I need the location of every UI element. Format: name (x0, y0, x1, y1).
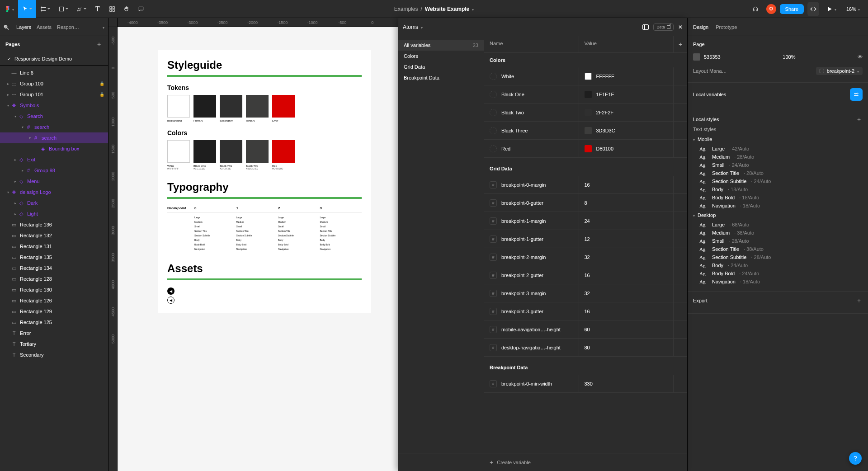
layout-variable-pill[interactable]: breakpoint-2 (816, 67, 863, 75)
text-style-item[interactable]: AgSection Title · 28/Auto (693, 169, 863, 177)
variables-table[interactable]: Name Value ColorsWhiteFFFFFFBlack One1E1… (484, 36, 687, 453)
text-style-item[interactable]: AgNavigation · 18/Auto (693, 202, 863, 210)
present-button[interactable] (823, 4, 840, 14)
create-variable-button[interactable]: Create variable (484, 459, 536, 466)
text-style-item[interactable]: AgBody · 24/Auto (693, 261, 863, 269)
layer-tree[interactable]: —Line 6▸⚏Group 100🔒▸⚏Group 101🔒▾❖Symbols… (0, 66, 108, 471)
text-style-item[interactable]: AgBody Bold · 18/Auto (693, 193, 863, 202)
variable-row[interactable]: mobile-navigation…-height60 (484, 320, 687, 339)
figma-menu-button[interactable] (0, 0, 18, 18)
page-color-opacity[interactable]: 100% (783, 54, 795, 60)
chevron-down-icon[interactable] (472, 6, 474, 12)
variable-name[interactable]: breakpoint-2-margin (501, 254, 546, 260)
layer-row[interactable]: ▾#search (0, 122, 108, 132)
layer-row[interactable]: TSecondary (0, 349, 108, 360)
variable-row[interactable]: breakpoint-0-margin16 (484, 176, 687, 194)
resources-tool-button[interactable] (105, 0, 119, 18)
style-group-toggle[interactable]: Mobile (693, 134, 863, 145)
var-group-item[interactable]: Colors (398, 51, 484, 61)
layer-row[interactable]: ▸◇Light (0, 208, 108, 219)
expand-toggle[interactable]: ▸ (13, 201, 18, 205)
collection-selector[interactable]: Atoms (403, 24, 423, 30)
variable-row[interactable]: breakpoint-0-gutter8 (484, 194, 687, 212)
beta-badge[interactable]: Beta (653, 24, 674, 31)
variable-row[interactable]: breakpoint-1-margin24 (484, 212, 687, 230)
add-export-button[interactable] (855, 297, 863, 304)
variable-name[interactable]: breakpoint-0-margin (501, 182, 546, 188)
page-color-hex[interactable]: 535353 (704, 54, 721, 60)
layer-row[interactable]: ▭Rectangle 125 (0, 317, 108, 328)
text-style-item[interactable]: AgBody Bold · 24/Auto (693, 269, 863, 278)
variable-value[interactable]: 80 (585, 345, 590, 350)
breadcrumb-project[interactable]: Website Example (425, 6, 469, 12)
frame-tool-button[interactable] (36, 0, 54, 18)
variable-row[interactable]: desktop-navigatio…-height80 (484, 339, 687, 357)
pen-tool-button[interactable] (72, 0, 90, 18)
var-group-item[interactable]: Grid Data (398, 61, 484, 72)
variable-name[interactable]: White (501, 74, 514, 79)
variable-name[interactable]: Red (501, 146, 510, 151)
variable-value[interactable]: 16 (585, 309, 590, 314)
hand-tool-button[interactable] (119, 0, 134, 18)
tab-responsive[interactable]: Respon… (57, 24, 79, 30)
share-button[interactable]: Share (780, 4, 804, 14)
layer-row[interactable]: ▭Rectangle 130 (0, 284, 108, 295)
layer-row[interactable]: ▸◇Menu (0, 176, 108, 187)
variable-value[interactable]: 24 (585, 218, 590, 224)
variable-row[interactable]: breakpoint-3-margin32 (484, 284, 687, 302)
variable-row[interactable]: WhiteFFFFFF (484, 67, 687, 85)
layer-row[interactable]: TError (0, 328, 108, 339)
collapse-toggle[interactable]: ▾ (27, 136, 33, 140)
variable-name[interactable]: Black Two (501, 110, 524, 115)
layer-row[interactable]: ▾❖delasign Logo (0, 187, 108, 198)
expand-toggle[interactable]: ▸ (5, 93, 11, 97)
text-style-item[interactable]: AgMedium · 28/Auto (693, 153, 863, 161)
open-variables-button[interactable] (850, 88, 863, 101)
layer-row[interactable]: ▭Rectangle 134 (0, 263, 108, 273)
variable-value[interactable]: FFFFFF (596, 74, 614, 79)
variable-row[interactable]: Black Three3D3D3C (484, 122, 687, 140)
text-style-item[interactable]: AgSmall · 24/Auto (693, 161, 863, 169)
variable-name[interactable]: breakpoint-0-min-width (501, 381, 552, 386)
layer-row[interactable]: ▭Rectangle 131 (0, 241, 108, 252)
variable-name[interactable]: breakpoint-1-gutter (501, 236, 543, 242)
var-group-item[interactable]: Breakpoint Data (398, 72, 484, 83)
lock-icon[interactable]: 🔒 (99, 92, 104, 97)
variable-name[interactable]: Black One (501, 92, 524, 97)
search-layers-button[interactable] (4, 24, 9, 30)
visibility-toggle[interactable] (858, 54, 863, 60)
text-style-item[interactable]: AgSection Subtitle · 24/Auto (693, 177, 863, 185)
variable-row[interactable]: breakpoint-3-gutter16 (484, 302, 687, 320)
panel-layout-toggle[interactable] (642, 24, 649, 30)
variable-name[interactable]: Black Three (501, 128, 528, 133)
variable-row[interactable]: Black One1E1E1E (484, 85, 687, 104)
shape-tool-button[interactable] (54, 0, 72, 18)
expand-toggle[interactable]: ▸ (20, 169, 25, 173)
layer-row[interactable]: ▸◇Dark (0, 198, 108, 208)
layer-row[interactable]: ▾#search (0, 132, 108, 143)
breadcrumb-folder[interactable]: Examples (394, 6, 418, 12)
text-style-item[interactable]: AgNavigation · 18/Auto (693, 278, 863, 286)
text-style-item[interactable]: AgBody · 18/Auto (693, 185, 863, 193)
text-tool-button[interactable]: T (90, 0, 105, 18)
text-style-item[interactable]: AgLarge · 68/Auto (693, 221, 863, 229)
layer-row[interactable]: —Line 6 (0, 67, 108, 78)
add-page-button[interactable] (95, 41, 103, 48)
comment-tool-button[interactable] (134, 0, 148, 18)
artboard-styleguide[interactable]: Styleguide Tokens BackgroundPrimarySecon… (158, 50, 371, 313)
move-tool-button[interactable] (18, 0, 36, 18)
expand-toggle[interactable]: ▸ (5, 82, 11, 86)
layer-row[interactable]: ▭Rectangle 132 (0, 230, 108, 241)
lock-icon[interactable]: 🔒 (99, 81, 104, 86)
collapse-toggle[interactable]: ▾ (20, 125, 25, 129)
variable-name[interactable]: desktop-navigatio…-height (501, 345, 561, 350)
variable-value[interactable]: 3D3D3C (596, 128, 615, 133)
variable-row[interactable]: breakpoint-2-gutter16 (484, 266, 687, 284)
variable-name[interactable]: breakpoint-3-gutter (501, 309, 543, 314)
add-style-button[interactable] (855, 116, 863, 123)
layer-row[interactable]: ▭Rectangle 136 (0, 219, 108, 230)
variable-value[interactable]: 32 (585, 291, 590, 296)
style-group-toggle[interactable]: Desktop (693, 210, 863, 221)
dev-mode-toggle[interactable] (807, 2, 819, 16)
layer-row[interactable]: ◈Bounding box (0, 143, 108, 154)
